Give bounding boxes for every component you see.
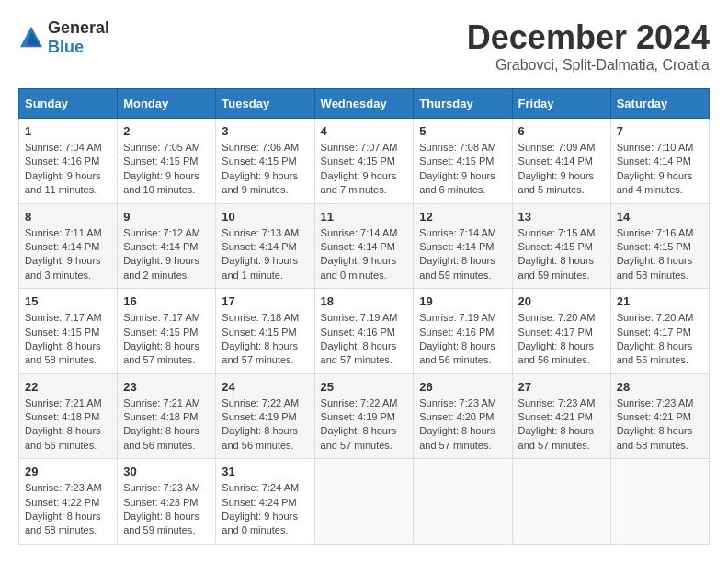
sunrise-label: Sunrise: 7:19 AM	[419, 312, 496, 323]
day-info: Sunrise: 7:15 AM Sunset: 4:15 PM Dayligh…	[518, 226, 605, 283]
sunset-label: Sunset: 4:18 PM	[25, 411, 99, 422]
daylight-label: Daylight: 9 hours and 11 minutes.	[25, 170, 101, 195]
day-info: Sunrise: 7:22 AM Sunset: 4:19 PM Dayligh…	[321, 396, 408, 454]
day-number: 28	[617, 380, 703, 394]
title-block: December 2024 Grabovci, Split-Dalmatia, …	[467, 18, 710, 74]
calendar-cell: 28 Sunrise: 7:23 AM Sunset: 4:21 PM Dayl…	[610, 373, 709, 459]
sunrise-label: Sunrise: 7:04 AM	[25, 142, 102, 153]
daylight-label: Daylight: 8 hours and 57 minutes.	[518, 425, 595, 450]
daylight-label: Daylight: 9 hours and 4 minutes.	[617, 170, 693, 195]
day-number: 16	[123, 294, 210, 308]
sunset-label: Sunset: 4:16 PM	[25, 155, 99, 167]
day-info: Sunrise: 7:09 AM Sunset: 4:14 PM Dayligh…	[518, 141, 605, 198]
day-info: Sunrise: 7:05 AM Sunset: 4:15 PM Dayligh…	[123, 141, 210, 198]
sunrise-label: Sunrise: 7:18 AM	[222, 312, 299, 323]
day-info: Sunrise: 7:19 AM Sunset: 4:16 PM Dayligh…	[419, 311, 506, 368]
daylight-label: Daylight: 8 hours and 58 minutes.	[617, 255, 693, 280]
calendar-cell: 31 Sunrise: 7:24 AM Sunset: 4:24 PM Dayl…	[216, 459, 314, 545]
sunset-label: Sunset: 4:15 PM	[518, 241, 593, 252]
sunrise-label: Sunrise: 7:15 AM	[518, 227, 596, 238]
day-number: 26	[419, 380, 506, 394]
calendar-cell: 5 Sunrise: 7:08 AM Sunset: 4:15 PM Dayli…	[414, 119, 512, 204]
day-number: 25	[321, 380, 408, 394]
calendar-cell: 19 Sunrise: 7:19 AM Sunset: 4:16 PM Dayl…	[414, 289, 512, 374]
logo-general-text: General	[48, 18, 109, 37]
calendar-cell: 1 Sunrise: 7:04 AM Sunset: 4:16 PM Dayli…	[19, 119, 118, 204]
sunset-label: Sunset: 4:19 PM	[222, 411, 296, 422]
sunrise-label: Sunrise: 7:14 AM	[321, 227, 398, 238]
calendar-cell: 27 Sunrise: 7:23 AM Sunset: 4:21 PM Dayl…	[512, 373, 610, 459]
daylight-label: Daylight: 8 hours and 56 minutes.	[123, 425, 199, 450]
sunrise-label: Sunrise: 7:17 AM	[123, 312, 200, 323]
sunset-label: Sunset: 4:14 PM	[518, 155, 593, 167]
day-info: Sunrise: 7:24 AM Sunset: 4:24 PM Dayligh…	[222, 481, 308, 538]
day-info: Sunrise: 7:23 AM Sunset: 4:21 PM Dayligh…	[617, 396, 703, 454]
day-info: Sunrise: 7:16 AM Sunset: 4:15 PM Dayligh…	[617, 226, 703, 283]
calendar-cell: 22 Sunrise: 7:21 AM Sunset: 4:18 PM Dayl…	[19, 373, 118, 459]
calendar-cell: 2 Sunrise: 7:05 AM Sunset: 4:15 PM Dayli…	[118, 119, 216, 204]
calendar-cell: 12 Sunrise: 7:14 AM Sunset: 4:14 PM Dayl…	[414, 203, 512, 289]
day-number: 29	[25, 465, 111, 478]
day-info: Sunrise: 7:20 AM Sunset: 4:17 PM Dayligh…	[518, 311, 605, 368]
calendar-cell	[414, 459, 512, 545]
calendar-cell: 7 Sunrise: 7:10 AM Sunset: 4:14 PM Dayli…	[610, 119, 709, 204]
sunset-label: Sunset: 4:22 PM	[25, 497, 99, 508]
calendar-cell: 24 Sunrise: 7:22 AM Sunset: 4:19 PM Dayl…	[216, 373, 314, 459]
sunset-label: Sunset: 4:14 PM	[419, 241, 494, 252]
day-number: 31	[222, 465, 308, 478]
day-info: Sunrise: 7:14 AM Sunset: 4:14 PM Dayligh…	[419, 226, 506, 283]
day-info: Sunrise: 7:06 AM Sunset: 4:15 PM Dayligh…	[222, 141, 308, 198]
calendar-cell: 10 Sunrise: 7:13 AM Sunset: 4:14 PM Dayl…	[216, 203, 314, 289]
day-info: Sunrise: 7:21 AM Sunset: 4:18 PM Dayligh…	[123, 396, 210, 454]
day-info: Sunrise: 7:23 AM Sunset: 4:22 PM Dayligh…	[25, 481, 111, 538]
week-row-2: 8 Sunrise: 7:11 AM Sunset: 4:14 PM Dayli…	[19, 203, 710, 289]
day-number: 8	[25, 210, 111, 224]
day-info: Sunrise: 7:18 AM Sunset: 4:15 PM Dayligh…	[222, 311, 308, 368]
daylight-label: Daylight: 9 hours and 0 minutes.	[222, 511, 298, 535]
weekday-header-wednesday: Wednesday	[314, 89, 414, 119]
logo-blue-text: Blue	[48, 38, 84, 56]
day-info: Sunrise: 7:21 AM Sunset: 4:18 PM Dayligh…	[25, 396, 111, 454]
daylight-label: Daylight: 8 hours and 57 minutes.	[222, 340, 298, 365]
calendar-cell: 11 Sunrise: 7:14 AM Sunset: 4:14 PM Dayl…	[314, 203, 414, 289]
day-number: 17	[222, 294, 308, 308]
calendar-cell: 8 Sunrise: 7:11 AM Sunset: 4:14 PM Dayli…	[19, 203, 118, 289]
day-info: Sunrise: 7:11 AM Sunset: 4:14 PM Dayligh…	[25, 226, 111, 283]
sunrise-label: Sunrise: 7:06 AM	[222, 142, 299, 153]
day-number: 15	[25, 294, 111, 308]
daylight-label: Daylight: 9 hours and 9 minutes.	[222, 170, 298, 195]
sunrise-label: Sunrise: 7:24 AM	[222, 482, 299, 493]
sunset-label: Sunset: 4:21 PM	[617, 411, 691, 422]
daylight-label: Daylight: 8 hours and 57 minutes.	[321, 340, 397, 365]
day-number: 22	[25, 380, 111, 394]
sunset-label: Sunset: 4:17 PM	[617, 327, 691, 338]
sunrise-label: Sunrise: 7:21 AM	[123, 397, 200, 408]
day-number: 4	[321, 124, 408, 138]
page-header: General Blue December 2024 Grabovci, Spl…	[18, 18, 710, 74]
calendar-cell: 3 Sunrise: 7:06 AM Sunset: 4:15 PM Dayli…	[216, 119, 314, 204]
sunset-label: Sunset: 4:16 PM	[321, 327, 395, 338]
calendar-cell: 18 Sunrise: 7:19 AM Sunset: 4:16 PM Dayl…	[314, 289, 414, 374]
day-info: Sunrise: 7:19 AM Sunset: 4:16 PM Dayligh…	[321, 311, 408, 368]
sunrise-label: Sunrise: 7:23 AM	[518, 397, 596, 408]
weekday-header-thursday: Thursday	[414, 89, 512, 119]
calendar-cell: 15 Sunrise: 7:17 AM Sunset: 4:15 PM Dayl…	[19, 289, 118, 374]
day-info: Sunrise: 7:13 AM Sunset: 4:14 PM Dayligh…	[222, 226, 308, 283]
day-number: 5	[419, 124, 506, 138]
day-number: 6	[518, 124, 605, 138]
daylight-label: Daylight: 8 hours and 56 minutes.	[222, 425, 298, 450]
day-number: 24	[222, 380, 308, 394]
day-number: 27	[518, 380, 605, 394]
daylight-label: Daylight: 8 hours and 56 minutes.	[419, 340, 495, 365]
sunrise-label: Sunrise: 7:19 AM	[321, 312, 398, 323]
day-number: 20	[518, 294, 605, 308]
daylight-label: Daylight: 8 hours and 56 minutes.	[617, 340, 693, 365]
daylight-label: Daylight: 8 hours and 58 minutes.	[617, 425, 693, 450]
sunrise-label: Sunrise: 7:20 AM	[518, 312, 596, 323]
calendar-cell: 20 Sunrise: 7:20 AM Sunset: 4:17 PM Dayl…	[512, 289, 610, 374]
calendar-header: SundayMondayTuesdayWednesdayThursdayFrid…	[19, 89, 710, 119]
sunset-label: Sunset: 4:15 PM	[25, 327, 99, 338]
sunrise-label: Sunrise: 7:23 AM	[25, 482, 102, 493]
sunset-label: Sunset: 4:18 PM	[123, 411, 198, 422]
sunset-label: Sunset: 4:15 PM	[222, 155, 296, 167]
